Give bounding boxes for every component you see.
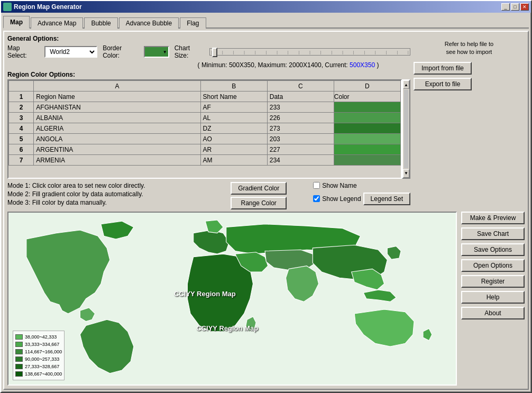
col-b-cell: AR xyxy=(200,144,267,155)
make-preview-button[interactable]: Make & Preview xyxy=(461,212,525,224)
legend-range-text: 27,333~328,667 xyxy=(25,363,59,370)
tab-flag[interactable]: Flag xyxy=(180,17,206,29)
left-column: General Options: Map Select: World2 Bord… xyxy=(7,35,410,209)
table-row: 5ANGOLAAO203 xyxy=(9,134,401,144)
col-a-cell: AFGHANISTAN xyxy=(34,102,200,113)
register-button[interactable]: Register xyxy=(461,275,525,288)
row-number: 1 xyxy=(9,92,34,102)
maximize-button[interactable]: □ xyxy=(511,3,519,11)
map-label-1: CCIYY Region Map xyxy=(174,290,236,298)
color-cell[interactable] xyxy=(334,144,400,154)
mode3-text: Mode 3: Fill color by data manually. xyxy=(7,199,220,206)
slider-info: ( Minimun: 500X350, Maximum: 2000X1400, … xyxy=(7,61,410,69)
export-to-file-button[interactable]: Export to file xyxy=(414,78,472,90)
chart-size-slider-track[interactable]: | | | | | | | | | | xyxy=(209,48,410,56)
col-b-cell: AL xyxy=(200,113,267,123)
import-from-file-button[interactable]: Import from file xyxy=(414,62,472,75)
col-d-cell[interactable] xyxy=(334,113,400,123)
chart-size-slider-container: | | | | | | | | | | xyxy=(209,48,410,56)
check-area: Show Name Show Legend Legend Set xyxy=(313,182,410,205)
legend-range-text: 33,333~334,667 xyxy=(25,341,59,348)
map-select-dropdown[interactable]: World2 xyxy=(44,46,97,58)
legend-range-text: 138,667~400,000 xyxy=(25,370,62,378)
title-buttons: _ □ ✕ xyxy=(501,3,529,11)
chart-size-slider-thumb[interactable] xyxy=(212,48,217,57)
tab-advance-bubble[interactable]: Advance Bubble xyxy=(119,17,179,29)
col-b-cell: DZ xyxy=(200,123,267,134)
dropdown-arrow-icon: ▼ xyxy=(163,50,167,54)
col-header-a: A xyxy=(34,81,200,92)
legend-item: 138,667~400,000 xyxy=(15,370,62,378)
help-text: Refer to help file tosee how to import xyxy=(414,40,525,57)
app-icon xyxy=(3,3,12,11)
legend-item: 33,333~334,667 xyxy=(15,341,62,348)
show-name-row: Show Name xyxy=(313,182,410,189)
col-c-cell: 226 xyxy=(267,113,334,123)
table-scrollbar[interactable]: ▲ ▼ xyxy=(402,79,410,179)
table-row: 7ARMENIAAM234 xyxy=(9,155,401,166)
legend-range-text: 38,000~42,333 xyxy=(25,333,57,341)
table-row: 6ARGENTINAAR227 xyxy=(9,144,401,155)
mode-texts: Mode 1: Click color area to set new colo… xyxy=(7,182,220,206)
tab-bubble[interactable]: Bubble xyxy=(84,17,117,29)
about-button[interactable]: About xyxy=(461,307,525,319)
save-options-button[interactable]: Save Options xyxy=(461,243,525,256)
window-content: Map Advance Map Bubble Advance Bubble Fl… xyxy=(1,13,531,392)
open-options-button[interactable]: Open Options xyxy=(461,259,525,272)
mode1-text: Mode 1: Click color area to set new colo… xyxy=(7,182,220,189)
tab-bar: Map Advance Map Bubble Advance Bubble Fl… xyxy=(3,15,529,29)
col-c-cell: 273 xyxy=(267,123,334,134)
window-title: Region Map Generator xyxy=(14,3,499,11)
world-map-svg xyxy=(8,213,456,385)
close-button[interactable]: ✕ xyxy=(520,3,529,11)
legend-color-box xyxy=(15,334,23,340)
col-d-cell[interactable] xyxy=(334,155,400,166)
scroll-thumb[interactable] xyxy=(404,90,408,168)
col-d-cell[interactable] xyxy=(334,123,400,134)
map-preview-area: CCIYY Region Map CCIYY Region Map 38,000… xyxy=(7,212,457,386)
legend-set-button[interactable]: Legend Set xyxy=(363,193,410,205)
col-header-row: A B C D xyxy=(9,81,401,92)
col-a-cell: ALBANIA xyxy=(34,113,200,123)
show-name-checkbox[interactable] xyxy=(313,182,320,189)
content-columns: General Options: Map Select: World2 Bord… xyxy=(7,35,525,209)
save-chart-button[interactable]: Save Chart xyxy=(461,227,525,240)
col-b-cell: AF xyxy=(200,102,267,113)
border-color-button[interactable]: ▼ xyxy=(144,46,169,58)
row-number: 5 xyxy=(9,134,34,144)
gradient-color-button[interactable]: Gradient Color xyxy=(231,182,287,195)
table-row: 1Region NameShort NameDataColor xyxy=(9,92,401,102)
color-cell[interactable] xyxy=(334,113,400,123)
col-d-cell[interactable] xyxy=(334,134,400,144)
col-a-cell: ARGENTINA xyxy=(34,144,200,155)
chart-size-label: Chart Size: xyxy=(175,44,204,59)
color-cell[interactable] xyxy=(334,155,400,165)
col-d-cell: Color xyxy=(334,92,400,102)
legend-item: 27,333~328,667 xyxy=(15,363,62,370)
range-color-button[interactable]: Range Color xyxy=(231,197,287,209)
col-d-cell[interactable] xyxy=(334,102,400,113)
tab-map[interactable]: Map xyxy=(3,16,30,29)
scroll-down-button[interactable]: ▼ xyxy=(403,169,409,178)
mode-buttons: Gradient Color Range Color xyxy=(231,182,287,209)
tab-advance-map[interactable]: Advance Map xyxy=(31,17,83,29)
color-cell[interactable] xyxy=(334,102,400,112)
map-legend: 38,000~42,33333,333~334,667114,667~166,0… xyxy=(13,331,65,380)
color-cell[interactable] xyxy=(334,134,400,144)
data-table-area: A B C D 1Region NameShort NameDataColor2… xyxy=(7,79,402,179)
col-d-cell[interactable] xyxy=(334,144,400,155)
color-cell[interactable] xyxy=(334,123,400,133)
show-legend-checkbox[interactable] xyxy=(313,195,320,202)
show-legend-label: Show Legend xyxy=(322,195,361,203)
scroll-up-button[interactable]: ▲ xyxy=(403,80,409,89)
row-number: 3 xyxy=(9,113,34,123)
map-select-label: Map Select: xyxy=(7,44,39,59)
help-button[interactable]: Help xyxy=(461,291,525,304)
main-panel: General Options: Map Select: World2 Bord… xyxy=(3,31,529,390)
data-grid: A B C D 1Region NameShort NameDataColor2… xyxy=(8,80,401,166)
mode2-text: Mode 2: Fill gradient color by data auto… xyxy=(7,190,220,198)
legend-range-text: 90,000~257,333 xyxy=(25,355,59,363)
minimize-button[interactable]: _ xyxy=(501,3,510,11)
legend-item: 90,000~257,333 xyxy=(15,355,62,363)
current-size-link[interactable]: 500X350 xyxy=(350,61,375,69)
